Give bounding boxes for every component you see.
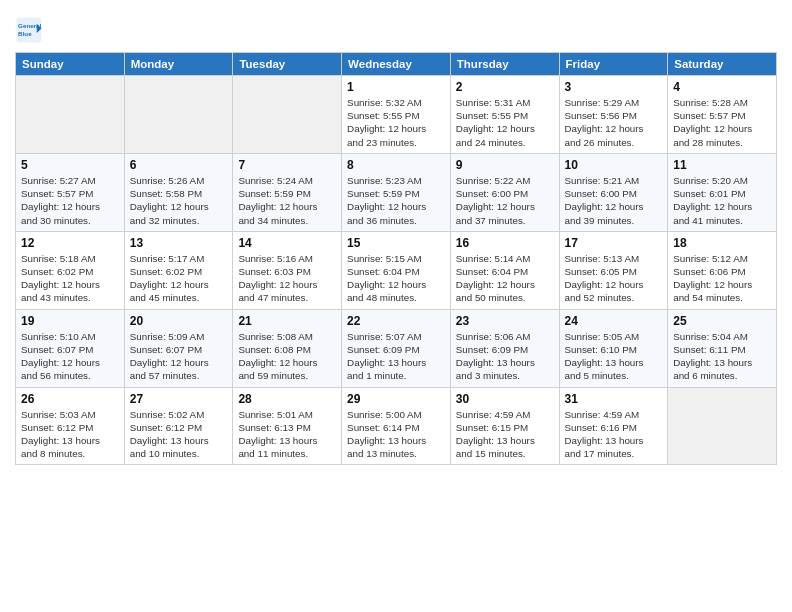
day-info: Sunrise: 5:12 AM Sunset: 6:06 PM Dayligh…	[673, 252, 771, 305]
day-number: 28	[238, 392, 336, 406]
weekday-header-sunday: Sunday	[16, 53, 125, 76]
day-number: 12	[21, 236, 119, 250]
day-number: 10	[565, 158, 663, 172]
day-cell: 13Sunrise: 5:17 AM Sunset: 6:02 PM Dayli…	[124, 231, 233, 309]
day-info: Sunrise: 5:18 AM Sunset: 6:02 PM Dayligh…	[21, 252, 119, 305]
day-number: 11	[673, 158, 771, 172]
day-number: 13	[130, 236, 228, 250]
day-cell: 8Sunrise: 5:23 AM Sunset: 5:59 PM Daylig…	[342, 153, 451, 231]
day-number: 2	[456, 80, 554, 94]
day-number: 1	[347, 80, 445, 94]
day-info: Sunrise: 5:16 AM Sunset: 6:03 PM Dayligh…	[238, 252, 336, 305]
day-number: 17	[565, 236, 663, 250]
day-cell: 5Sunrise: 5:27 AM Sunset: 5:57 PM Daylig…	[16, 153, 125, 231]
header: General Blue	[15, 10, 777, 44]
day-cell: 27Sunrise: 5:02 AM Sunset: 6:12 PM Dayli…	[124, 387, 233, 465]
day-number: 16	[456, 236, 554, 250]
week-row-4: 19Sunrise: 5:10 AM Sunset: 6:07 PM Dayli…	[16, 309, 777, 387]
day-number: 6	[130, 158, 228, 172]
day-number: 25	[673, 314, 771, 328]
weekday-header-row: SundayMondayTuesdayWednesdayThursdayFrid…	[16, 53, 777, 76]
day-cell: 17Sunrise: 5:13 AM Sunset: 6:05 PM Dayli…	[559, 231, 668, 309]
day-info: Sunrise: 5:31 AM Sunset: 5:55 PM Dayligh…	[456, 96, 554, 149]
day-number: 26	[21, 392, 119, 406]
weekday-header-thursday: Thursday	[450, 53, 559, 76]
day-cell: 26Sunrise: 5:03 AM Sunset: 6:12 PM Dayli…	[16, 387, 125, 465]
day-cell: 6Sunrise: 5:26 AM Sunset: 5:58 PM Daylig…	[124, 153, 233, 231]
day-info: Sunrise: 5:27 AM Sunset: 5:57 PM Dayligh…	[21, 174, 119, 227]
day-cell	[16, 76, 125, 154]
day-cell	[668, 387, 777, 465]
day-cell: 1Sunrise: 5:32 AM Sunset: 5:55 PM Daylig…	[342, 76, 451, 154]
day-cell: 15Sunrise: 5:15 AM Sunset: 6:04 PM Dayli…	[342, 231, 451, 309]
day-cell: 25Sunrise: 5:04 AM Sunset: 6:11 PM Dayli…	[668, 309, 777, 387]
day-info: Sunrise: 5:07 AM Sunset: 6:09 PM Dayligh…	[347, 330, 445, 383]
day-info: Sunrise: 5:29 AM Sunset: 5:56 PM Dayligh…	[565, 96, 663, 149]
day-number: 4	[673, 80, 771, 94]
day-number: 15	[347, 236, 445, 250]
day-info: Sunrise: 5:01 AM Sunset: 6:13 PM Dayligh…	[238, 408, 336, 461]
week-row-2: 5Sunrise: 5:27 AM Sunset: 5:57 PM Daylig…	[16, 153, 777, 231]
day-cell: 21Sunrise: 5:08 AM Sunset: 6:08 PM Dayli…	[233, 309, 342, 387]
day-info: Sunrise: 5:24 AM Sunset: 5:59 PM Dayligh…	[238, 174, 336, 227]
day-info: Sunrise: 5:23 AM Sunset: 5:59 PM Dayligh…	[347, 174, 445, 227]
day-cell: 12Sunrise: 5:18 AM Sunset: 6:02 PM Dayli…	[16, 231, 125, 309]
week-row-1: 1Sunrise: 5:32 AM Sunset: 5:55 PM Daylig…	[16, 76, 777, 154]
day-number: 19	[21, 314, 119, 328]
day-cell: 22Sunrise: 5:07 AM Sunset: 6:09 PM Dayli…	[342, 309, 451, 387]
day-number: 30	[456, 392, 554, 406]
day-info: Sunrise: 5:22 AM Sunset: 6:00 PM Dayligh…	[456, 174, 554, 227]
day-number: 21	[238, 314, 336, 328]
day-cell: 23Sunrise: 5:06 AM Sunset: 6:09 PM Dayli…	[450, 309, 559, 387]
day-number: 23	[456, 314, 554, 328]
logo-icon: General Blue	[15, 16, 43, 44]
day-cell: 24Sunrise: 5:05 AM Sunset: 6:10 PM Dayli…	[559, 309, 668, 387]
day-cell: 18Sunrise: 5:12 AM Sunset: 6:06 PM Dayli…	[668, 231, 777, 309]
day-info: Sunrise: 5:02 AM Sunset: 6:12 PM Dayligh…	[130, 408, 228, 461]
weekday-header-monday: Monday	[124, 53, 233, 76]
day-cell: 19Sunrise: 5:10 AM Sunset: 6:07 PM Dayli…	[16, 309, 125, 387]
day-number: 27	[130, 392, 228, 406]
day-info: Sunrise: 5:17 AM Sunset: 6:02 PM Dayligh…	[130, 252, 228, 305]
day-info: Sunrise: 5:10 AM Sunset: 6:07 PM Dayligh…	[21, 330, 119, 383]
day-cell: 16Sunrise: 5:14 AM Sunset: 6:04 PM Dayli…	[450, 231, 559, 309]
day-info: Sunrise: 5:15 AM Sunset: 6:04 PM Dayligh…	[347, 252, 445, 305]
weekday-header-tuesday: Tuesday	[233, 53, 342, 76]
day-number: 29	[347, 392, 445, 406]
day-info: Sunrise: 5:21 AM Sunset: 6:00 PM Dayligh…	[565, 174, 663, 227]
day-cell: 20Sunrise: 5:09 AM Sunset: 6:07 PM Dayli…	[124, 309, 233, 387]
day-info: Sunrise: 5:20 AM Sunset: 6:01 PM Dayligh…	[673, 174, 771, 227]
day-info: Sunrise: 5:06 AM Sunset: 6:09 PM Dayligh…	[456, 330, 554, 383]
day-info: Sunrise: 5:28 AM Sunset: 5:57 PM Dayligh…	[673, 96, 771, 149]
day-cell: 30Sunrise: 4:59 AM Sunset: 6:15 PM Dayli…	[450, 387, 559, 465]
day-info: Sunrise: 5:14 AM Sunset: 6:04 PM Dayligh…	[456, 252, 554, 305]
day-cell: 10Sunrise: 5:21 AM Sunset: 6:00 PM Dayli…	[559, 153, 668, 231]
calendar-table: SundayMondayTuesdayWednesdayThursdayFrid…	[15, 52, 777, 465]
day-number: 24	[565, 314, 663, 328]
svg-text:Blue: Blue	[18, 30, 32, 37]
day-info: Sunrise: 5:04 AM Sunset: 6:11 PM Dayligh…	[673, 330, 771, 383]
day-info: Sunrise: 5:08 AM Sunset: 6:08 PM Dayligh…	[238, 330, 336, 383]
day-number: 8	[347, 158, 445, 172]
day-cell: 31Sunrise: 4:59 AM Sunset: 6:16 PM Dayli…	[559, 387, 668, 465]
day-number: 20	[130, 314, 228, 328]
day-number: 31	[565, 392, 663, 406]
day-number: 7	[238, 158, 336, 172]
day-cell: 11Sunrise: 5:20 AM Sunset: 6:01 PM Dayli…	[668, 153, 777, 231]
weekday-header-friday: Friday	[559, 53, 668, 76]
day-number: 5	[21, 158, 119, 172]
day-info: Sunrise: 4:59 AM Sunset: 6:16 PM Dayligh…	[565, 408, 663, 461]
page: General Blue SundayMondayTuesdayWednesda…	[0, 0, 792, 612]
day-number: 18	[673, 236, 771, 250]
weekday-header-saturday: Saturday	[668, 53, 777, 76]
day-cell: 14Sunrise: 5:16 AM Sunset: 6:03 PM Dayli…	[233, 231, 342, 309]
day-cell: 29Sunrise: 5:00 AM Sunset: 6:14 PM Dayli…	[342, 387, 451, 465]
day-number: 9	[456, 158, 554, 172]
day-number: 14	[238, 236, 336, 250]
day-cell: 3Sunrise: 5:29 AM Sunset: 5:56 PM Daylig…	[559, 76, 668, 154]
weekday-header-wednesday: Wednesday	[342, 53, 451, 76]
day-info: Sunrise: 5:09 AM Sunset: 6:07 PM Dayligh…	[130, 330, 228, 383]
week-row-3: 12Sunrise: 5:18 AM Sunset: 6:02 PM Dayli…	[16, 231, 777, 309]
day-cell: 9Sunrise: 5:22 AM Sunset: 6:00 PM Daylig…	[450, 153, 559, 231]
day-info: Sunrise: 5:00 AM Sunset: 6:14 PM Dayligh…	[347, 408, 445, 461]
